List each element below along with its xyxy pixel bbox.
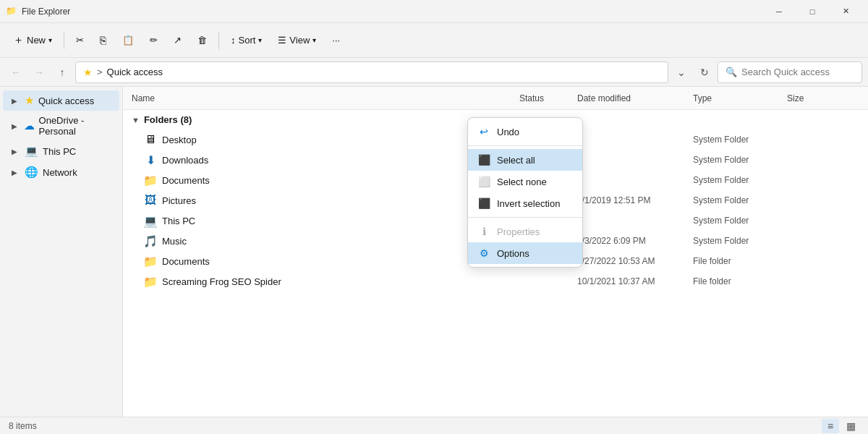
quick-access-icon: ★ [25,94,34,107]
view-label: View [289,35,310,46]
cut-icon: ✂ [76,35,84,46]
file-date: 1/3/2022 6:09 PM [577,236,693,246]
sort-icon: ↕ [231,35,236,46]
menu-options-label: Options [497,248,529,259]
share-button[interactable]: ↗ [166,27,189,54]
sort-button[interactable]: ↕ Sort ▾ [224,27,269,54]
file-type: System Folder [693,175,787,185]
onedrive-label: OneDrive - Personal [39,115,114,137]
refresh-button[interactable]: ↻ [694,62,715,82]
sidebar: ▶ ★ Quick access ▶ ☁ OneDrive - Personal… [0,87,123,417]
cut-button[interactable]: ✂ [69,27,91,54]
file-name: Screaming Frog SEO Spider [162,276,519,287]
file-name: Desktop [162,135,519,145]
back-button[interactable]: ← [6,62,26,82]
select-all-icon: ⬛ [478,154,490,166]
status-bar: 8 items ≡ ▦ [0,417,868,434]
pictures-icon: 🖼 [143,193,158,208]
paste-icon: 📋 [122,35,134,46]
path-label: Quick access [107,67,163,77]
menu-select-none-label: Select none [497,176,547,187]
path-separator: > [97,67,103,77]
context-menu: ↩ Undo ⬛ Select all ⬜ Select none ⬛ Inve… [467,117,583,268]
maximize-button[interactable]: □ [796,0,829,23]
this-pc-icon: 💻 [25,145,38,158]
menu-undo-label: Undo [497,127,519,137]
app-title: File Explorer [22,7,70,17]
view-chevron: ▾ [312,36,316,44]
view-button[interactable]: ☰ View ▾ [271,27,323,54]
invert-icon: ⬛ [478,197,490,209]
menu-item-select-none[interactable]: ⬜ Select none [468,171,582,192]
close-button[interactable]: ✕ [829,0,862,23]
documents2-icon: 📁 [143,254,158,268]
file-type: System Folder [693,195,787,205]
menu-item-undo[interactable]: ↩ Undo [468,121,582,142]
downloads-icon: ⬇ [143,153,158,167]
sidebar-item-network[interactable]: ▶ 🌐 Network [3,162,119,182]
menu-item-invert-selection[interactable]: ⬛ Invert selection [468,192,582,214]
item-count: 8 items [9,421,37,431]
table-row[interactable]: 📁 Screaming Frog SEO Spider 10/1/2021 10… [123,271,868,292]
file-name: Pictures [162,195,519,206]
file-date: 1/27/2022 10:53 AM [577,256,693,266]
content-area: Name Status Date modified Type Size ▼ Fo… [123,87,868,417]
up-button[interactable]: ↑ [52,62,72,82]
menu-separator-2 [468,217,582,218]
documents-icon: 📁 [143,173,158,187]
file-name: Documents [162,175,519,186]
address-path[interactable]: ★ > Quick access [75,61,668,83]
options-icon: ⚙ [478,247,490,259]
detail-view-button[interactable]: ▦ [842,419,859,433]
desktop-icon: 🖥 [143,132,158,147]
menu-separator-1 [468,145,582,146]
music-icon: 🎵 [143,234,158,248]
copy-button[interactable]: ⎘ [93,27,114,54]
col-date-header[interactable]: Date modified [577,93,693,103]
minimize-button[interactable]: ─ [762,0,796,23]
paste-button[interactable]: 📋 [115,27,141,54]
content-header: Name Status Date modified Type Size [123,87,868,110]
col-type-header[interactable]: Type [693,93,787,103]
sidebar-item-this-pc[interactable]: ▶ 💻 This PC [3,141,119,161]
select-none-icon: ⬜ [478,176,490,187]
sidebar-item-onedrive[interactable]: ▶ ☁ OneDrive - Personal [3,111,119,140]
network-label: Network [43,167,77,178]
col-size-header[interactable]: Size [787,93,859,103]
sort-label: Sort [239,35,256,46]
new-button[interactable]: ＋ New ▾ [6,27,59,54]
search-box[interactable]: 🔍 [718,61,862,83]
search-icon: 🔍 [726,67,737,77]
menu-properties-label: Properties [497,226,540,237]
folder-group-label: Folders (8) [144,114,192,125]
file-type: File folder [693,276,787,286]
network-icon: 🌐 [25,166,38,179]
seo-icon: 📁 [143,274,158,289]
toolbar-sep-1 [64,32,64,49]
menu-item-select-all[interactable]: ⬛ Select all [468,149,582,171]
folder-group-expand-icon: ▼ [132,116,140,124]
window-controls: ─ □ ✕ [762,0,862,23]
path-star-icon: ★ [83,67,93,78]
title-bar: 📁 File Explorer ─ □ ✕ [0,0,868,23]
sidebar-item-quick-access[interactable]: ▶ ★ Quick access [3,90,119,111]
file-name: Downloads [162,155,519,166]
rename-button[interactable]: ✏ [142,27,165,54]
forward-button[interactable]: → [29,62,49,82]
col-status-header: Status [519,93,577,103]
this-pc-label: This PC [43,146,76,157]
app-icon: 📁 [6,6,17,17]
menu-item-options[interactable]: ⚙ Options [468,242,582,264]
delete-button[interactable]: 🗑 [190,27,214,54]
thispc-icon: 💻 [143,213,158,228]
copy-icon: ⎘ [100,34,106,46]
file-date: 8/1/2019 12:51 PM [577,195,693,205]
more-button[interactable]: ··· [325,27,347,54]
dropdown-button[interactable]: ⌄ [671,62,692,82]
search-input[interactable] [741,67,854,77]
expand-icon-thispc: ▶ [12,148,20,156]
list-view-button[interactable]: ≡ [822,419,839,433]
new-chevron: ▾ [48,36,52,44]
col-name-header[interactable]: Name [132,93,519,103]
properties-icon: ℹ [478,226,490,237]
